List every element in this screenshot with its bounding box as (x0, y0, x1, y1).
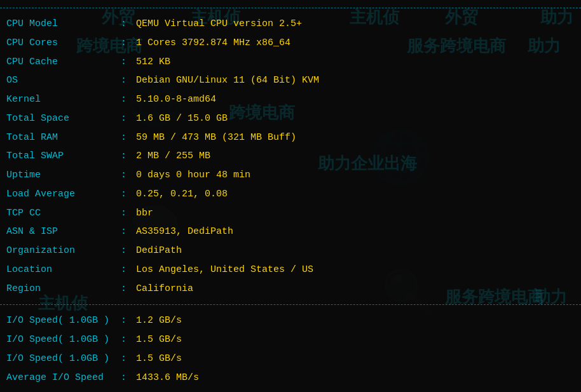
row-value: 0 days 0 hour 48 min (136, 166, 250, 184)
table-row: Location: Los Angeles, United States / U… (6, 260, 575, 280)
row-label: OS (6, 72, 121, 90)
row-colon: : (121, 261, 131, 279)
table-row: Total SWAP: 2 MB / 255 MB (6, 147, 575, 166)
row-label: CPU Cores (6, 34, 121, 52)
row-label: I/O Speed( 1.0GB ) (6, 350, 121, 368)
row-value: 1433.6 MB/s (136, 369, 199, 387)
row-colon: : (121, 312, 131, 330)
table-row: Total Space: 1.6 GB / 15.0 GB (6, 109, 575, 128)
row-colon: : (121, 205, 131, 222)
row-label: Location (6, 261, 121, 279)
row-colon: : (121, 223, 131, 241)
row-label: Total RAM (6, 129, 121, 147)
row-colon: : (121, 331, 131, 349)
row-value: QEMU Virtual CPU version 2.5+ (136, 15, 302, 33)
row-colon: : (121, 166, 131, 184)
row-colon: : (121, 91, 131, 109)
row-label: Region (6, 280, 121, 298)
row-label: Total Space (6, 110, 121, 128)
row-colon: : (121, 72, 131, 90)
table-row: ASN & ISP: AS35913, DediPath (6, 222, 575, 241)
top-divider (0, 8, 581, 8)
table-row: Organization: DediPath (6, 241, 575, 260)
row-label: I/O Speed( 1.0GB ) (6, 331, 121, 349)
row-label: CPU Model (6, 15, 121, 33)
row-value: 1.2 GB/s (136, 312, 182, 330)
row-colon: : (121, 110, 131, 128)
row-value: 512 KB (136, 53, 170, 71)
row-value: AS35913, DediPath (136, 223, 233, 241)
row-colon: : (121, 350, 131, 368)
row-colon: : (121, 129, 131, 147)
row-colon: : (121, 53, 131, 71)
table-row: CPU Cache: 512 KB (6, 53, 575, 72)
main-container: CPU Model: QEMU Virtual CPU version 2.5+… (0, 0, 581, 392)
table-row: Load Average: 0.25, 0.21, 0.08 (6, 185, 575, 204)
row-label: Total SWAP (6, 147, 121, 165)
row-value: 59 MB / 473 MB (321 MB Buff) (136, 129, 296, 147)
row-colon: : (121, 186, 131, 203)
row-value: bbr (136, 205, 153, 222)
row-value: 0.25, 0.21, 0.08 (136, 186, 228, 203)
row-label: Average I/O Speed (6, 369, 121, 387)
table-row: I/O Speed( 1.0GB ): 1.5 GB/s (6, 330, 575, 349)
table-row: Region: California (6, 280, 575, 299)
row-label: Organization (6, 242, 121, 260)
row-value: California (136, 280, 193, 298)
row-value: DediPath (136, 242, 182, 260)
row-label: Uptime (6, 166, 121, 184)
row-colon: : (121, 369, 131, 387)
row-value: 2 MB / 255 MB (136, 147, 210, 165)
row-colon: : (121, 242, 131, 260)
table-row: Uptime: 0 days 0 hour 48 min (6, 166, 575, 185)
row-label: I/O Speed( 1.0GB ) (6, 312, 121, 330)
row-label: Kernel (6, 91, 121, 109)
row-colon: : (121, 280, 131, 298)
row-value: 1.5 GB/s (136, 350, 182, 368)
row-value: Debian GNU/Linux 11 (64 Bit) KVM (136, 72, 319, 90)
row-label: ASN & ISP (6, 223, 121, 241)
row-label: CPU Cache (6, 53, 121, 71)
table-row: TCP CC: bbr (6, 204, 575, 223)
row-colon: : (121, 147, 131, 165)
row-value: Los Angeles, United States / US (136, 261, 313, 279)
io-speed-section: I/O Speed( 1.0GB ): 1.2 GB/sI/O Speed( 1… (0, 308, 581, 391)
middle-divider (0, 304, 581, 305)
table-row: Kernel: 5.10.0-8-amd64 (6, 90, 575, 109)
row-value: 1.5 GB/s (136, 331, 182, 349)
system-info-section: CPU Model: QEMU Virtual CPU version 2.5+… (0, 11, 581, 302)
table-row: I/O Speed( 1.0GB ): 1.2 GB/s (6, 311, 575, 330)
table-row: I/O Speed( 1.0GB ): 1.5 GB/s (6, 349, 575, 368)
row-value: 1 Cores 3792.874 MHz x86_64 (136, 34, 290, 52)
table-row: Total RAM: 59 MB / 473 MB (321 MB Buff) (6, 128, 575, 147)
row-value: 5.10.0-8-amd64 (136, 91, 216, 109)
row-value: 1.6 GB / 15.0 GB (136, 110, 228, 128)
row-label: TCP CC (6, 205, 121, 222)
row-colon: : (121, 34, 131, 52)
table-row: Average I/O Speed: 1433.6 MB/s (6, 368, 575, 388)
row-label: Load Average (6, 186, 121, 203)
row-colon: : (121, 15, 131, 33)
table-row: OS: Debian GNU/Linux 11 (64 Bit) KVM (6, 71, 575, 90)
table-row: CPU Cores: 1 Cores 3792.874 MHz x86_64 (6, 34, 575, 53)
table-row: CPU Model: QEMU Virtual CPU version 2.5+ (6, 15, 575, 34)
